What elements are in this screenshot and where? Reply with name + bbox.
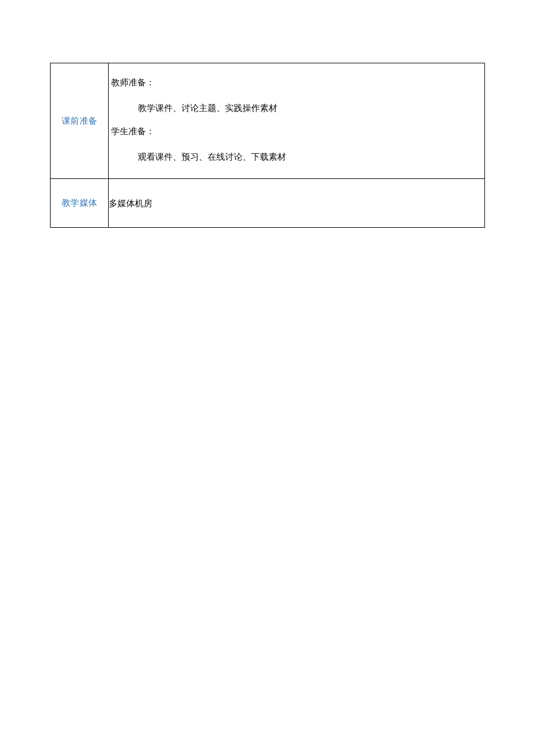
media-value: 多媒体机房	[109, 199, 152, 208]
teacher-prep-heading: 教师准备：	[111, 74, 482, 91]
content-media: 多媒体机房	[109, 179, 485, 228]
teacher-prep-detail: 教学课件、讨论主题、实践操作素材	[111, 99, 482, 117]
student-prep-detail: 观看课件、预习、在线讨论、下载素材	[111, 148, 482, 166]
label-preparation: 课前准备	[51, 63, 109, 179]
label-media: 教学媒体	[51, 179, 109, 228]
row-preparation: 课前准备 教师准备： 教学课件、讨论主题、实践操作素材 学生准备： 观看课件、预…	[51, 63, 485, 179]
label-preparation-text: 课前准备	[62, 116, 98, 126]
row-media: 教学媒体 多媒体机房	[51, 179, 485, 228]
content-preparation: 教师准备： 教学课件、讨论主题、实践操作素材 学生准备： 观看课件、预习、在线讨…	[109, 63, 485, 179]
student-prep-heading: 学生准备：	[111, 123, 482, 140]
label-media-text: 教学媒体	[62, 198, 98, 207]
lesson-plan-table: 课前准备 教师准备： 教学课件、讨论主题、实践操作素材 学生准备： 观看课件、预…	[50, 63, 485, 228]
